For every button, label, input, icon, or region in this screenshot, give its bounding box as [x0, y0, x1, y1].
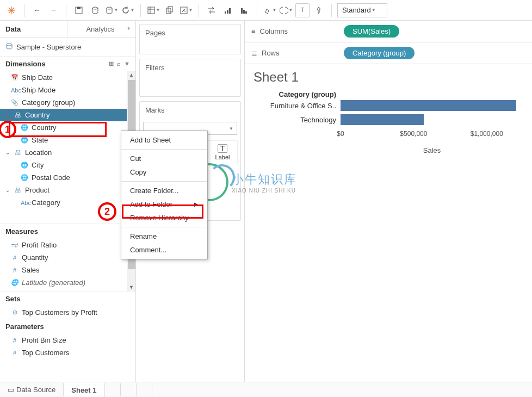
field-label: Location	[25, 148, 52, 157]
sheet-title[interactable]: Sheet 1	[253, 70, 523, 85]
field-icon: 📅	[11, 74, 18, 81]
viz-area: Sheet 1 Category (group) Furniture & Off…	[245, 64, 532, 160]
datasource-icon	[5, 42, 13, 52]
rows-pill[interactable]: Category (group)	[344, 47, 415, 59]
annotation-2: 2	[98, 202, 116, 221]
columns-shelf[interactable]: ≡Columns SUM(Sales)	[245, 21, 532, 42]
context-menu-item[interactable]: Create Folder...	[121, 184, 207, 197]
datasource-item[interactable]: Sample - Superstore	[0, 38, 135, 56]
new-datasource-icon[interactable]	[88, 3, 102, 17]
svg-rect-5	[77, 7, 81, 9]
svg-point-22	[7, 44, 12, 46]
context-menu-item[interactable]: Cut	[121, 152, 207, 165]
field-label: Latitude (generated)	[22, 278, 85, 287]
swap-icon[interactable]	[205, 3, 219, 17]
field-item[interactable]: AbcShip Mode	[0, 84, 135, 96]
rows-icon: ≣	[251, 49, 257, 57]
save-icon[interactable]	[72, 3, 86, 17]
clear-icon[interactable]: ▼	[179, 3, 193, 17]
refresh-icon[interactable]: ▼	[121, 3, 135, 17]
field-label: Top Customers	[22, 349, 69, 357]
field-label: Postal Code	[32, 173, 70, 182]
field-label: Category	[32, 199, 60, 207]
field-icon: 📎	[11, 99, 18, 106]
context-menu-item[interactable]: Rename	[121, 229, 207, 243]
new-worksheet-tab[interactable]	[105, 383, 121, 396]
back-icon[interactable]: ←	[30, 3, 44, 17]
datasource-tab-icon: ▭	[8, 386, 14, 394]
filters-shelf[interactable]: Filters	[139, 59, 241, 97]
field-item[interactable]: 🌐Latitude (generated)	[0, 276, 135, 289]
annotation-box-1	[9, 122, 107, 137]
highlight-icon[interactable]: ▼	[263, 3, 277, 17]
new-dashboard-tab[interactable]	[121, 383, 137, 396]
sort-desc-icon[interactable]	[237, 3, 251, 17]
field-item[interactable]: ⊘Top Customers by Profit	[0, 306, 135, 319]
svg-rect-8	[148, 7, 154, 14]
field-item[interactable]: #Top Customers	[0, 346, 135, 359]
axis-tick: $500,000	[400, 130, 427, 138]
context-menu: Add to SheetCutCopyCreate Folder...Add t…	[121, 131, 208, 259]
context-menu-item[interactable]: Copy	[121, 165, 207, 179]
data-tab[interactable]: Data	[0, 21, 67, 38]
sets-header: Sets	[0, 291, 135, 306]
field-icon: #	[11, 337, 18, 344]
context-menu-item[interactable]: Comment...	[121, 243, 207, 257]
svg-point-7	[107, 7, 112, 9]
duplicate-icon[interactable]	[163, 3, 177, 17]
pin-icon[interactable]	[312, 3, 326, 17]
field-item[interactable]: #Quantity	[0, 251, 135, 264]
field-label: Ship Date	[22, 73, 53, 82]
field-item[interactable]: 📎Category (group)	[0, 96, 135, 109]
chart-header: Category (group)	[253, 90, 341, 98]
field-item[interactable]: ⌄品Product	[0, 184, 135, 196]
field-item[interactable]: ⌄品Country	[0, 109, 135, 121]
mark-label-button[interactable]: TLabel	[207, 140, 238, 164]
parameters-header: Parameters	[0, 319, 135, 334]
field-item[interactable]: #Profit Bin Size	[0, 334, 135, 346]
field-item[interactable]: #Sales	[0, 264, 135, 276]
analytics-tab[interactable]: Analytics ♦	[67, 21, 135, 38]
svg-rect-20	[243, 10, 245, 14]
chart-bar[interactable]	[341, 114, 424, 125]
x-axis: $0$500,000$1,000,000	[341, 130, 523, 140]
svg-rect-12	[168, 7, 172, 12]
group-icon[interactable]: ▼	[279, 3, 293, 17]
tableau-logo-icon[interactable]	[4, 3, 18, 17]
field-icon: ⊘	[11, 309, 18, 316]
field-icon: #	[11, 267, 18, 274]
menu-icon[interactable]: ▼	[124, 60, 130, 67]
toolbar: ← → ▼ ▼ ▼ ▼ ▼ ▼ T Standard▼	[0, 0, 532, 21]
svg-rect-16	[225, 11, 226, 14]
field-item[interactable]: 🌐Postal Code	[0, 171, 135, 184]
columns-pill[interactable]: SUM(Sales)	[344, 25, 399, 38]
svg-rect-19	[241, 8, 243, 14]
field-item[interactable]: ⌄品Location	[0, 146, 135, 159]
pause-data-icon[interactable]: ▼	[104, 3, 119, 17]
field-icon: #	[11, 255, 18, 261]
field-icon: =#	[11, 242, 18, 249]
new-worksheet-icon[interactable]: ▼	[146, 3, 160, 17]
sort-asc-icon[interactable]	[221, 3, 235, 17]
data-pane: Data Analytics ♦ Sample - Superstore Dim…	[0, 21, 136, 382]
svg-rect-17	[227, 10, 228, 14]
worksheet-panel: ≡Columns SUM(Sales) ≣Rows Category (grou…	[245, 21, 532, 382]
svg-rect-11	[166, 8, 171, 14]
pages-shelf[interactable]: Pages	[139, 24, 241, 54]
rows-shelf[interactable]: ≣Rows Category (group)	[245, 42, 532, 64]
field-icon: 🌐	[21, 137, 28, 144]
context-menu-item[interactable]: Add to Sheet	[121, 133, 207, 147]
data-source-tab[interactable]: ▭Data Source	[0, 383, 64, 396]
sheet1-tab[interactable]: Sheet 1	[64, 382, 104, 397]
field-item[interactable]: 📅Ship Date	[0, 71, 135, 84]
forward-icon[interactable]: →	[46, 3, 60, 17]
field-item[interactable]: =#Profit Ratio	[0, 239, 135, 251]
search-icon[interactable]: ⌕	[117, 60, 121, 67]
new-story-tab[interactable]	[137, 383, 152, 396]
labels-icon[interactable]: T	[295, 3, 310, 17]
field-icon: 🌐	[21, 162, 28, 169]
field-item[interactable]: 🌐City	[0, 159, 135, 171]
view-as-icon[interactable]: ⊞	[109, 60, 114, 67]
chart-bar[interactable]	[341, 100, 516, 111]
fit-select[interactable]: Standard▼	[337, 3, 387, 17]
